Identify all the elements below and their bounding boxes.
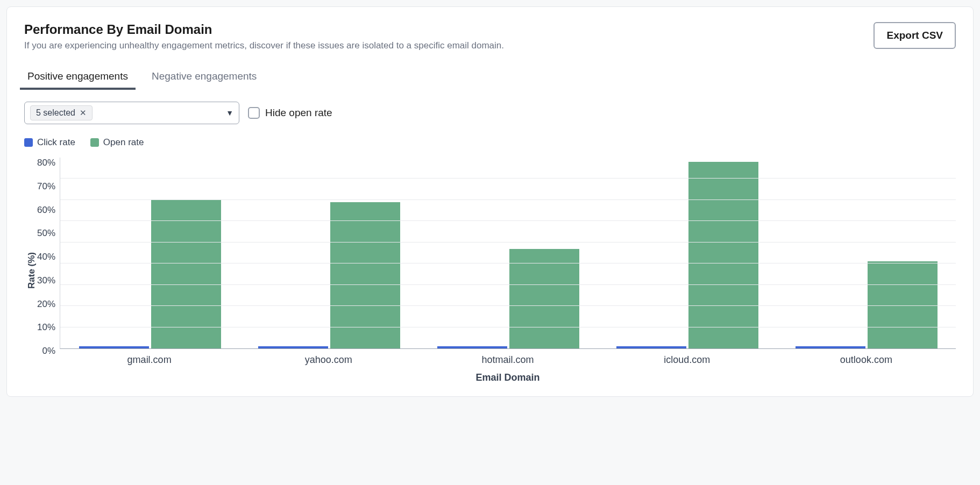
chart-plot: gmail.comyahoo.comhotmail.comicloud.como… bbox=[60, 158, 956, 383]
bar-open-rate bbox=[509, 249, 579, 348]
header-text-block: Performance By Email Domain If you are e… bbox=[24, 22, 504, 51]
chart-bars-row bbox=[60, 158, 956, 348]
chart-category bbox=[777, 158, 956, 348]
gridline bbox=[60, 327, 956, 327]
card-subtitle: If you are experiencing unhealthy engage… bbox=[24, 40, 504, 51]
hide-open-rate-checkbox[interactable]: Hide open rate bbox=[248, 107, 332, 119]
y-tick-label: 20% bbox=[37, 299, 55, 310]
chart-category bbox=[598, 158, 777, 348]
x-tick-label: icloud.com bbox=[598, 354, 777, 366]
selected-count-chip[interactable]: 5 selected ✕ bbox=[30, 105, 93, 120]
clear-selection-icon[interactable]: ✕ bbox=[80, 108, 87, 118]
y-tick-label: 10% bbox=[37, 322, 55, 333]
y-tick-label: 30% bbox=[37, 275, 55, 286]
chart-category bbox=[239, 158, 418, 348]
selected-count-label: 5 selected bbox=[36, 108, 75, 118]
controls-row: 5 selected ✕ ▼ Hide open rate bbox=[24, 102, 956, 124]
chevron-down-icon: ▼ bbox=[226, 109, 233, 117]
chart-grid bbox=[60, 158, 956, 349]
x-axis-label: Email Domain bbox=[60, 372, 956, 383]
chart-category bbox=[418, 158, 598, 348]
checkbox-box-icon bbox=[248, 107, 260, 119]
gridline bbox=[60, 242, 956, 242]
tab-negative-engagements[interactable]: Negative engagements bbox=[148, 66, 260, 89]
bar-click-rate bbox=[437, 346, 507, 348]
y-axis-ticks: 80%70%60%50%40%30%20%10%0% bbox=[37, 158, 60, 356]
y-tick-label: 70% bbox=[37, 181, 55, 192]
y-tick-label: 40% bbox=[37, 252, 55, 262]
y-tick-label: 80% bbox=[37, 158, 55, 168]
gridline bbox=[60, 305, 956, 306]
hide-open-rate-label: Hide open rate bbox=[265, 107, 332, 119]
bar-click-rate bbox=[616, 346, 686, 348]
export-csv-button[interactable]: Export CSV bbox=[874, 22, 956, 49]
card-title: Performance By Email Domain bbox=[24, 22, 504, 37]
bar-open-rate bbox=[688, 162, 758, 348]
chart-category bbox=[60, 158, 239, 348]
x-axis-ticks: gmail.comyahoo.comhotmail.comicloud.como… bbox=[60, 354, 956, 366]
legend-swatch-open-icon bbox=[90, 138, 99, 147]
legend-click-rate-label: Click rate bbox=[37, 137, 75, 148]
y-tick-label: 60% bbox=[37, 205, 55, 216]
gridline bbox=[60, 220, 956, 221]
bar-click-rate bbox=[258, 346, 328, 348]
bar-click-rate bbox=[79, 346, 149, 348]
performance-card: Performance By Email Domain If you are e… bbox=[6, 6, 974, 397]
legend-click-rate: Click rate bbox=[24, 137, 75, 148]
chart-legend: Click rate Open rate bbox=[24, 137, 956, 148]
y-tick-label: 50% bbox=[37, 228, 55, 239]
gridline bbox=[60, 178, 956, 179]
x-tick-label: hotmail.com bbox=[418, 354, 597, 366]
domain-select-dropdown[interactable]: 5 selected ✕ ▼ bbox=[24, 102, 239, 124]
chart-area: Rate (%) 80%70%60%50%40%30%20%10%0% gmai… bbox=[24, 158, 956, 383]
legend-open-rate: Open rate bbox=[90, 137, 144, 148]
legend-open-rate-label: Open rate bbox=[103, 137, 144, 148]
y-tick-label: 0% bbox=[42, 346, 55, 356]
bar-click-rate bbox=[796, 346, 865, 348]
gridline bbox=[60, 263, 956, 263]
x-tick-label: yahoo.com bbox=[239, 354, 418, 366]
x-tick-label: gmail.com bbox=[60, 354, 239, 366]
gridline bbox=[60, 199, 956, 200]
engagement-tabs: Positive engagements Negative engagement… bbox=[24, 66, 956, 89]
y-axis-label: Rate (%) bbox=[24, 158, 37, 383]
x-tick-label: outlook.com bbox=[777, 354, 956, 366]
card-header: Performance By Email Domain If you are e… bbox=[24, 22, 956, 51]
gridline bbox=[60, 284, 956, 285]
legend-swatch-click-icon bbox=[24, 138, 33, 147]
tab-positive-engagements[interactable]: Positive engagements bbox=[24, 66, 131, 89]
